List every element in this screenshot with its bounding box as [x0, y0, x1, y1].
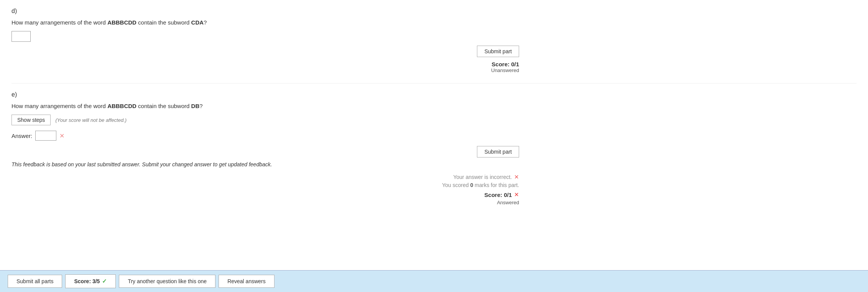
answer-label: Answer:: [12, 133, 32, 139]
d-word2: CDA: [191, 19, 204, 26]
section-e-submit-row: Submit part: [12, 146, 519, 157]
try-another-button[interactable]: Try another question like this one: [119, 275, 215, 288]
section-d-answer-input[interactable]: [12, 31, 31, 42]
bottom-bar: Submit all parts Score: 3/5 ✓ Try anothe…: [0, 270, 868, 292]
section-e: e) How many arrangements of the word ABB…: [12, 84, 856, 217]
e-word2: DB: [191, 103, 200, 109]
score-check-icon: ✓: [102, 278, 107, 285]
incorrect-text: Your answer is incorrect.: [453, 174, 512, 180]
e-word1: ABBBCDD: [107, 103, 136, 109]
score-x-icon: ✕: [514, 191, 519, 198]
score-display: Score: 3/5 ✓: [65, 274, 116, 288]
section-d-submit-row: Submit part: [12, 46, 519, 57]
d-question-mid: contain the subword: [136, 19, 191, 26]
clear-answer-icon[interactable]: ✕: [59, 132, 64, 139]
incorrect-icon: ✕: [514, 174, 519, 180]
marks-suffix: marks for this part.: [473, 182, 519, 188]
page-container: d) How many arrangements of the word ABB…: [0, 0, 868, 217]
feedback-text: This feedback is based on your last subm…: [12, 161, 303, 167]
d-word1: ABBBCDD: [107, 19, 136, 26]
marks-prefix: You scored: [442, 182, 470, 188]
section-d-question: How many arrangements of the word ABBBCD…: [12, 19, 856, 26]
show-steps-button[interactable]: Show steps: [12, 115, 51, 125]
e-question-end: ?: [199, 103, 202, 109]
e-question-mid: contain the subword: [136, 103, 191, 109]
incorrect-row: Your answer is incorrect. ✕: [12, 174, 519, 180]
answered-text: Answered: [12, 200, 519, 205]
score-display-text: Score: 3/5: [74, 278, 100, 284]
section-e-submit-button[interactable]: Submit part: [477, 146, 519, 157]
section-d-submit-button[interactable]: Submit part: [477, 46, 519, 57]
score-note: (Your score will not be affected.): [55, 117, 127, 123]
reveal-answers-button[interactable]: Reveal answers: [219, 275, 275, 288]
marks-row: You scored 0 marks for this part.: [12, 182, 519, 188]
section-e-answer-input[interactable]: [35, 131, 56, 141]
e-question-prefix: How many arrangements of the word: [12, 103, 107, 109]
section-e-score-label: Score: 0/1: [484, 192, 512, 198]
section-d-score-area: Score: 0/1 Unanswered: [12, 61, 519, 73]
section-d: d) How many arrangements of the word ABB…: [12, 0, 856, 84]
show-steps-row: Show steps (Your score will not be affec…: [12, 115, 856, 125]
section-d-score-status: Unanswered: [12, 67, 519, 73]
answer-row: Answer: ✕: [12, 131, 856, 141]
section-e-question: How many arrangements of the word ABBBCD…: [12, 103, 856, 109]
d-question-prefix: How many arrangements of the word: [12, 19, 107, 26]
submit-all-button[interactable]: Submit all parts: [8, 275, 62, 288]
d-question-end: ?: [204, 19, 207, 26]
score-row-e: Score: 0/1 ✕: [12, 191, 519, 198]
section-d-label: d): [12, 8, 856, 15]
section-d-score-label: Score: 0/1: [12, 61, 519, 67]
section-e-label: e): [12, 91, 856, 98]
